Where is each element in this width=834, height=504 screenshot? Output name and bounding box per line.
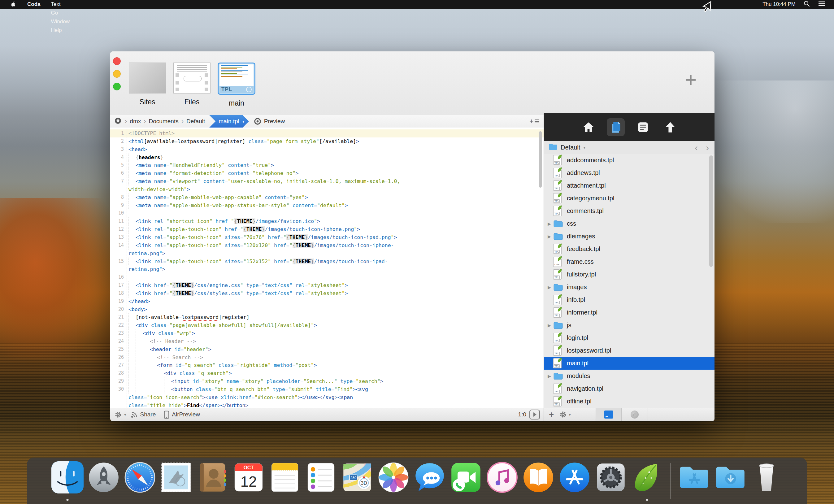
file-images[interactable]: ▶images [544,281,715,293]
code-line-11[interactable]: 11<link rel="shortcut icon" href="{THEME… [110,217,544,225]
code-line-13[interactable]: 13<link rel="apple-touch-icon" sizes="76… [110,234,544,241]
code-line-4[interactable]: 4{headers} [110,154,544,161]
code-line-9[interactable]: 9<meta name="apple-mobile-web-app-status… [110,201,544,210]
code-line-21[interactable]: 21[not-available=lostpassword|register] [110,313,544,321]
airpreview-button[interactable]: AirPreview [164,411,200,419]
file-modules[interactable]: ▶modules [544,370,715,382]
pages-icon[interactable] [607,118,625,136]
dock-icon-sysprefs[interactable] [595,461,627,502]
dock-icon-coda[interactable] [631,461,663,502]
local-files-tab[interactable] [596,408,621,421]
code-line-17[interactable]: 17<link href="{THEME}/css/engine.css" ty… [110,281,544,289]
menu-help[interactable]: Help [46,26,75,35]
code-line-29[interactable]: 29<input id="story" name="story" placeho… [110,377,544,386]
root-icon[interactable] [114,117,122,126]
document-icon[interactable] [634,118,652,136]
code-line-23[interactable]: 23<div class="wrp"> [110,329,544,337]
code-line-wrap[interactable]: width=device-width"> [110,185,544,194]
file-feedback-tpl[interactable]: TPLfeedback.tpl [544,243,715,256]
publish-up-icon[interactable] [661,118,679,136]
menu-text[interactable]: Text [46,0,75,9]
zoom-button[interactable] [113,83,121,90]
dock-icon-mail[interactable] [160,461,192,502]
file-login-tpl[interactable]: TPLlogin.tpl [544,332,715,344]
dock-icon-maps[interactable]: 2803D [341,461,373,502]
editor-settings-button[interactable]: ▾ [114,411,126,418]
file-offline-tpl[interactable]: TPLoffline.tpl [544,395,715,408]
disclosure-triangle-icon[interactable]: ▶ [548,285,553,290]
disclosure-triangle-icon[interactable]: ▶ [548,234,553,239]
active-file-crumb[interactable]: main.tpl▾ [209,115,249,128]
minimize-button[interactable] [113,70,121,78]
breadcrumb-default[interactable]: Default [186,118,205,125]
code-line-20[interactable]: 20<body> [110,306,544,314]
file-fullstory-tpl[interactable]: TPLfullstory.tpl [544,268,715,281]
code-line-16[interactable]: 16 [110,273,544,281]
tab-sites[interactable]: Sites [129,63,166,107]
preview-play-button[interactable] [529,410,540,419]
share-button[interactable]: Share [131,411,156,418]
add-bookmark-button[interactable]: + [529,118,539,125]
file-comments-tpl[interactable]: TPLcomments.tpl [544,205,715,217]
code-line-1[interactable]: 1<!DOCTYPE html> [110,129,544,137]
file-lostpassword-tpl[interactable]: TPLlostpassword.tpl [544,344,715,357]
code-line-14[interactable]: 14<link rel="apple-touch-icon" sizes="12… [110,241,544,249]
sidebar-scrollbar[interactable] [709,155,713,267]
code-line-7[interactable]: 7<meta name="viewport" content="user-sca… [110,177,544,185]
code-line-25[interactable]: 25<header id="header"> [110,346,544,353]
menu-go[interactable]: Go [46,9,75,17]
editor-scrollbar[interactable] [539,131,542,188]
apple-logo-icon[interactable] [6,0,22,9]
forward-arrow[interactable]: › [706,143,709,153]
dock-icon-contacts[interactable] [196,461,228,502]
file-addnews-tpl[interactable]: TPLaddnews.tpl [544,167,715,179]
menu-clock[interactable]: Thu 10:44 PM [763,1,796,7]
add-tab-button[interactable]: + [685,71,697,89]
notification-center-icon[interactable] [818,1,826,8]
dock-icon-photos[interactable] [377,461,410,502]
code-line-26[interactable]: 26<!-- Search --> [110,353,544,361]
code-line-6[interactable]: 6<meta name="format-detection" content="… [110,169,544,177]
dock-icon-folder-applications[interactable] [678,461,710,502]
code-line-wrap[interactable]: class="title hide">Find</span></button> [110,401,544,408]
code-line-27[interactable]: 27<form id="q_search" class="rightside" … [110,361,544,369]
dock-icon-itunes[interactable] [486,461,518,502]
back-arrow[interactable]: ‹ [695,143,698,153]
sidebar-settings-button[interactable]: ▾ [559,411,571,418]
menu-window[interactable]: Window [46,17,75,26]
preview-button[interactable]: Preview [254,118,285,125]
code-line-19[interactable]: 19</head> [110,298,544,306]
code-line-2[interactable]: 2<html[available=lostpassword|register] … [110,137,544,146]
dock-icon-messages[interactable] [414,461,446,502]
code-line-8[interactable]: 8<meta name="apple-mobile-web-app-capabl… [110,194,544,201]
tab-main[interactable]: TPLmain [218,63,256,107]
file-addcomments-tpl[interactable]: TPLaddcomments.tpl [544,154,715,167]
remote-files-tab[interactable] [621,408,648,421]
tab-files[interactable]: Files [173,63,211,107]
dock-icon-safari[interactable] [124,461,156,502]
add-file-button[interactable]: + [549,410,554,419]
dock-icon-trash[interactable] [750,461,783,502]
file-main-tpl[interactable]: TPLmain.tpl [544,357,715,370]
code-line-30[interactable]: 30<button class="btn q_search_btn" type=… [110,386,544,393]
code-line-18[interactable]: 18<link href="{THEME}/css/styles.css" ty… [110,289,544,298]
dock-icon-folder-downloads[interactable] [714,461,746,502]
code-line-15[interactable]: 15<link rel="apple-touch-icon" sizes="15… [110,258,544,266]
file-categorymenu-tpl[interactable]: TPLcategorymenu.tpl [544,192,715,205]
file-informer-tpl[interactable]: TPLinformer.tpl [544,306,715,319]
code-line-5[interactable]: 5<meta name="HandheldFriendly" content="… [110,161,544,169]
code-line-wrap[interactable]: class="icon icon-search"><use xlink:href… [110,393,544,401]
file-navigation-tpl[interactable]: TPLnavigation.tpl [544,382,715,395]
disclosure-triangle-icon[interactable]: ▶ [548,221,553,226]
dock-icon-launchpad[interactable] [88,461,120,502]
code-line-22[interactable]: 22<div class="page[available=showfull] s… [110,321,544,329]
spotlight-search-icon[interactable] [804,1,810,8]
dock-icon-notes[interactable] [269,461,301,502]
menu-app-name[interactable]: Coda [22,0,46,9]
file-frame-css[interactable]: CSSframe.css [544,256,715,268]
disclosure-triangle-icon[interactable]: ▶ [548,323,553,328]
file-js[interactable]: ▶js [544,319,715,332]
dock-icon-reminders[interactable] [305,461,337,502]
file-dleimages[interactable]: ▶dleimages [544,230,715,243]
code-line-wrap[interactable]: retina.png"> [110,265,544,273]
